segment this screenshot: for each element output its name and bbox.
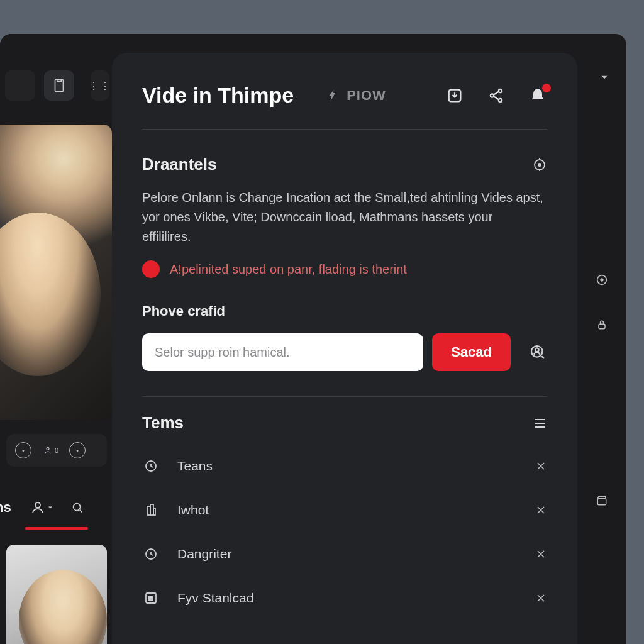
list-item-close[interactable] <box>535 548 547 560</box>
svg-point-9 <box>538 164 541 166</box>
svg-point-1 <box>47 447 49 450</box>
list-item-close[interactable] <box>535 460 547 472</box>
svg-point-11 <box>535 348 539 352</box>
close-icon <box>535 592 547 604</box>
chevron-down-icon <box>599 72 610 83</box>
close-icon <box>535 460 547 472</box>
right-rail <box>577 34 626 644</box>
video-thumbnail-large[interactable] <box>0 125 112 420</box>
list-item[interactable]: Fyv Stanlcad <box>142 576 547 620</box>
building-icon <box>143 502 158 518</box>
left-sidebar: ⋮⋮ • 0 • ns <box>0 34 112 644</box>
items-list: Teans Iwhot Dangriter Fyv Stanlcad <box>142 444 547 620</box>
page-title: Vide in Thimpe <box>142 83 294 108</box>
left-button-c[interactable]: ⋮⋮ <box>91 70 109 101</box>
section-draantels: Draantels Pelore Onlann is Change Incati… <box>142 155 547 620</box>
player-next[interactable]: • <box>69 442 86 458</box>
record-icon <box>595 273 609 287</box>
list-item[interactable]: Teans <box>142 444 547 488</box>
form-row: Sacad <box>142 333 547 371</box>
notification-action[interactable] <box>528 86 547 105</box>
list-item[interactable]: Iwhot <box>142 488 547 532</box>
person-small-icon <box>43 445 53 455</box>
person-icon <box>30 500 45 515</box>
form-input[interactable] <box>142 333 423 371</box>
player-prev[interactable]: • <box>15 442 31 458</box>
app-window: ⋮⋮ • 0 • ns Vide in Thimpe <box>0 34 626 644</box>
save-icon <box>446 87 464 104</box>
svg-rect-15 <box>153 508 155 515</box>
svg-point-3 <box>73 504 80 511</box>
list-item-label: Dangriter <box>177 547 231 562</box>
header-divider <box>142 129 547 130</box>
form-submit-button[interactable]: Sacad <box>432 333 511 371</box>
svg-rect-21 <box>597 499 606 505</box>
header-subtitle[interactable]: PIOW <box>326 87 386 104</box>
menu-icon <box>532 416 547 431</box>
search-small-icon <box>70 501 84 514</box>
svg-point-2 <box>35 502 40 508</box>
share-action[interactable] <box>487 86 506 105</box>
player-mid[interactable]: 0 <box>43 445 58 455</box>
svg-point-19 <box>601 279 603 281</box>
left-button-b[interactable] <box>44 70 74 101</box>
section-action[interactable] <box>532 157 547 172</box>
list-view-toggle[interactable] <box>532 416 547 431</box>
close-icon <box>535 504 547 516</box>
clock-icon <box>143 458 158 474</box>
section-title: Draantels <box>142 155 217 174</box>
list-header: Tems <box>142 396 547 433</box>
clock-icon <box>143 547 158 562</box>
user-circle-icon <box>528 343 547 362</box>
video-thumbnail-small[interactable] <box>6 545 107 644</box>
collapse-chevron[interactable] <box>599 72 610 83</box>
alert-row: A!pelinited suped on panr, flading is th… <box>142 260 547 278</box>
bolt-icon <box>326 89 340 103</box>
tab-underline <box>25 527 88 530</box>
list-item-label: Teans <box>177 458 213 474</box>
notification-badge <box>542 84 551 92</box>
player-controls: • 0 • <box>6 434 107 467</box>
panel-header: Vide in Thimpe PIOW <box>142 83 547 108</box>
alert-text: A!pelinited suped on panr, flading is th… <box>170 262 407 277</box>
rail-action-1[interactable] <box>595 273 609 287</box>
list-icon <box>143 591 158 606</box>
list-title: Tems <box>142 413 184 433</box>
close-icon <box>535 548 547 560</box>
chevron-down-icon <box>47 504 54 511</box>
section-description: Pelore Onlann is Change Incation act the… <box>142 188 545 247</box>
list-item[interactable]: Dangriter <box>142 532 547 576</box>
rail-action-2[interactable] <box>596 318 608 331</box>
left-tab-user[interactable] <box>30 500 54 515</box>
form-label: Phove crafid <box>142 303 547 319</box>
left-button-a[interactable] <box>5 70 35 101</box>
form-user-action[interactable] <box>528 343 547 362</box>
rail-action-3[interactable] <box>596 494 608 507</box>
left-tab-search[interactable] <box>70 501 84 514</box>
header-actions <box>445 86 547 105</box>
list-item-close[interactable] <box>535 592 547 604</box>
list-item-close[interactable] <box>535 504 547 516</box>
target-icon <box>532 157 547 172</box>
share-icon <box>488 87 504 104</box>
left-tab-ns[interactable]: ns <box>0 499 11 516</box>
svg-rect-20 <box>599 324 605 329</box>
main-panel: Vide in Thimpe PIOW Draant <box>112 53 577 644</box>
list-item-label: Fyv Stanlcad <box>177 591 253 606</box>
lock-icon <box>596 318 608 331</box>
save-action[interactable] <box>445 86 464 105</box>
list-item-label: Iwhot <box>177 502 209 518</box>
subtitle-text: PIOW <box>347 87 386 104</box>
archive-icon <box>596 494 608 507</box>
document-icon <box>51 77 67 94</box>
left-tabs: ns <box>0 486 112 530</box>
alert-dot-icon <box>142 260 160 278</box>
